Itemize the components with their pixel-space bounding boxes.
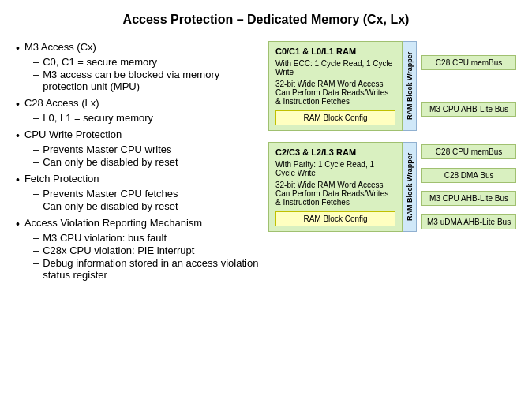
sub-bullet-text: M3 access can be blocked via memory prot… [43, 69, 260, 92]
bullet-section: •Fetch Protection–Prevents Master CPU fe… [16, 173, 260, 212]
bullet-section: •M3 Access (Cx)–C0, C1 = secure memory–M… [16, 41, 260, 92]
bullet-dot: • [16, 218, 20, 230]
ram-block-body: 32-bit Wide RAM Word Access Can Perform … [275, 80, 395, 106]
sub-dash: – [33, 244, 39, 256]
memory-diagram: C0/C1 & L0/L1 RAMWith ECC: 1 Cycle Read,… [268, 41, 516, 131]
bus-box: M3 CPU AHB-Lite Bus [421, 191, 516, 206]
sub-bullet-item: –M3 access can be blocked via memory pro… [33, 69, 260, 92]
bus-box: M3 uDMA AHB-Lite Bus [421, 214, 516, 229]
sub-bullets: –Prevents Master CPU writes–Can only be … [33, 144, 260, 168]
bullet-main-text: M3 Access (Cx) [24, 41, 96, 53]
sub-dash: – [33, 69, 39, 80]
bus-list: C28 CPU memBusM3 CPU AHB-Lite Bus [421, 41, 516, 131]
sub-bullet-item: –Can only be disabled by reset [33, 156, 260, 168]
sub-bullet-item: –Debug information stored in an access v… [33, 257, 260, 281]
sub-dash: – [33, 56, 39, 68]
bus-box: C28 DMA Bus [421, 168, 516, 183]
bullet-main: •Access Violation Reporting Mechanism [16, 217, 260, 230]
bullet-dot: • [16, 98, 20, 110]
sub-dash: – [33, 257, 39, 269]
bullet-main-text: C28 Access (Lx) [24, 97, 99, 109]
bullet-main: •C28 Access (Lx) [16, 97, 260, 110]
bullet-section: •C28 Access (Lx)–L0, L1 = secury memory [16, 97, 260, 124]
sub-bullet-text: Prevents Master CPU writes [43, 144, 171, 155]
sub-bullet-item: –C28x CPU violation: PIE interrupt [33, 244, 260, 256]
left-panel: •M3 Access (Cx)–C0, C1 = secure memory–M… [16, 41, 260, 285]
ram-block-subtitle: With ECC: 1 Cycle Read, 1 Cycle Write [275, 59, 395, 76]
ram-block-subtitle: With Parity: 1 Cycle Read, 1 Cycle Write [275, 160, 395, 177]
sub-bullet-text: Can only be disabled by reset [43, 200, 178, 212]
sub-dash: – [33, 200, 39, 212]
sub-bullet-text: Prevents Master CPU fetches [43, 188, 178, 200]
bus-box: C28 CPU memBus [421, 144, 516, 159]
right-panel: C0/C1 & L0/L1 RAMWith ECC: 1 Cycle Read,… [268, 41, 516, 232]
sub-bullets: –M3 CPU violation: bus fault–C28x CPU vi… [33, 232, 260, 281]
bullet-main: •M3 Access (Cx) [16, 41, 260, 54]
bullet-dot: • [16, 42, 20, 54]
bus-box: M3 CPU AHB-Lite Bus [421, 102, 516, 117]
bullet-section: •Access Violation Reporting Mechanism–M3… [16, 217, 260, 281]
sub-bullet-item: –M3 CPU violation: bus fault [33, 232, 260, 244]
memory-diagram: C2/C3 & L2/L3 RAMWith Parity: 1 Cycle Re… [268, 142, 516, 232]
ram-block-title: C2/C3 & L2/L3 RAM [275, 147, 395, 157]
sub-dash: – [33, 156, 39, 168]
bullet-main-text: CPU Write Protection [24, 129, 122, 140]
bus-box: C28 CPU memBus [421, 55, 516, 70]
sub-bullets: –L0, L1 = secury memory [33, 112, 260, 124]
sub-bullet-text: M3 CPU violation: bus fault [43, 232, 167, 244]
bullet-main-text: Fetch Protection [24, 173, 99, 185]
ram-block-config: RAM Block Config [275, 211, 395, 226]
sub-bullet-text: Debug information stored in an access vi… [43, 257, 260, 281]
ram-block-body: 32-bit Wide RAM Word Access Can Perform … [275, 181, 395, 207]
bus-list: C28 CPU memBusC28 DMA BusM3 CPU AHB-Lite… [421, 142, 516, 232]
sub-dash: – [33, 112, 39, 124]
ram-block-wrapper-label: RAM Block Wrapper [403, 41, 417, 131]
bullet-dot: • [16, 173, 20, 186]
sub-bullet-item: –C0, C1 = secure memory [33, 56, 260, 68]
sub-bullet-item: –Prevents Master CPU writes [33, 144, 260, 155]
ram-block-title: C0/C1 & L0/L1 RAM [275, 47, 395, 56]
sub-dash: – [33, 188, 39, 200]
sub-bullet-text: L0, L1 = secury memory [43, 112, 153, 124]
page-title: Access Protection – Dedicated Memory (Cx… [16, 13, 516, 27]
sub-bullets: –C0, C1 = secure memory–M3 access can be… [33, 56, 260, 92]
sub-dash: – [33, 144, 39, 155]
bullet-main: •CPU Write Protection [16, 129, 260, 142]
bullet-dot: • [16, 129, 20, 142]
sub-bullet-text: C0, C1 = secure memory [43, 56, 157, 68]
sub-bullet-item: –Can only be disabled by reset [33, 200, 260, 212]
ram-block-config: RAM Block Config [275, 110, 395, 125]
sub-bullet-item: –L0, L1 = secury memory [33, 112, 260, 124]
bullet-main: •Fetch Protection [16, 173, 260, 186]
ram-block: C2/C3 & L2/L3 RAMWith Parity: 1 Cycle Re… [268, 142, 403, 232]
sub-bullet-item: –Prevents Master CPU fetches [33, 188, 260, 200]
ram-block-wrapper-label: RAM Block Wrapper [403, 142, 417, 232]
bullet-main-text: Access Violation Reporting Mechanism [24, 217, 202, 229]
bullet-section: •CPU Write Protection–Prevents Master CP… [16, 129, 260, 168]
sub-bullets: –Prevents Master CPU fetches–Can only be… [33, 188, 260, 212]
sub-dash: – [33, 232, 39, 244]
ram-block: C0/C1 & L0/L1 RAMWith ECC: 1 Cycle Read,… [268, 41, 403, 131]
sub-bullet-text: C28x CPU violation: PIE interrupt [43, 244, 194, 256]
sub-bullet-text: Can only be disabled by reset [43, 156, 178, 168]
